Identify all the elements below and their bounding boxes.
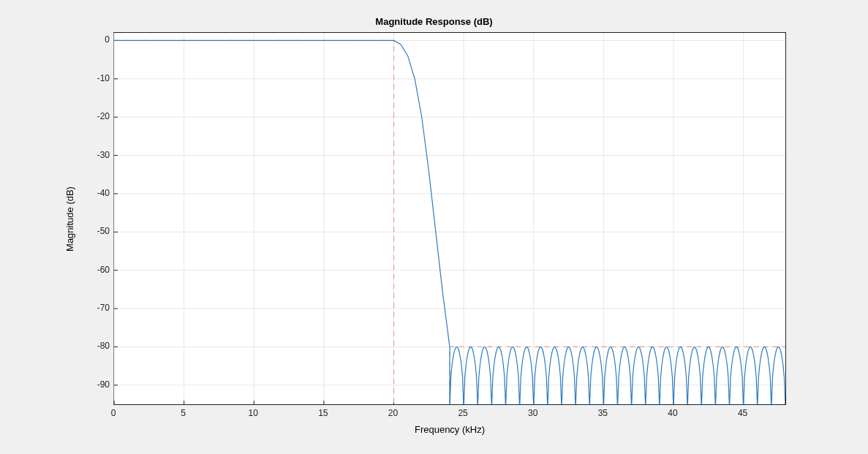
x-tick-label: 0 [99,408,128,418]
x-tick-label: 15 [309,408,338,418]
chart-axes[interactable] [113,32,786,405]
data-series [114,40,785,408]
x-tick-label: 40 [658,408,687,418]
y-tick-label: -80 [80,341,110,350]
y-axis-label: Magnitude (dB) [62,32,77,405]
y-tick-label: -20 [80,112,110,121]
chart-title: Magnitude Response (dB) [0,16,868,27]
y-tick-label: -30 [80,151,110,159]
figure-window: Magnitude Response (dB) Magnitude (dB) F… [0,0,868,454]
x-tick-label: 35 [588,408,617,418]
filter-response-line [114,40,785,408]
y-tick-label: -60 [80,265,110,274]
y-tick-label: -90 [80,380,110,389]
x-tick-label: 20 [379,408,408,418]
y-tick-label: -10 [80,74,110,83]
y-tick-label: -40 [80,189,110,197]
y-tick-label: 0 [80,35,110,44]
plot-svg [114,33,785,404]
x-tick-label: 30 [518,408,548,418]
x-tick-label: 45 [728,408,758,418]
x-tick-label: 25 [448,408,478,418]
y-tick-label: -50 [80,227,110,235]
spec-stopband-mask [450,347,785,404]
tick-marks [114,40,744,404]
y-tick-label: -70 [80,303,110,312]
x-axis-label: Frequency (kHz) [113,424,786,435]
x-tick-label: 5 [169,408,198,418]
x-tick-label: 10 [238,408,268,418]
